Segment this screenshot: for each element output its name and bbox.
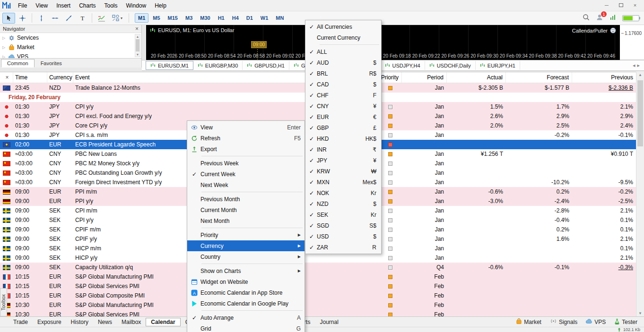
status-link-vps[interactable]: VPS bbox=[586, 318, 606, 325]
context-menu-item-current-week[interactable]: ✓Current Week bbox=[187, 169, 305, 179]
currency-menu-item-current-currency[interactable]: Current Currency bbox=[305, 32, 381, 43]
timeframe-h1[interactable]: H1 bbox=[215, 13, 228, 23]
currency-menu-item-krw[interactable]: ✓KRW₩ bbox=[305, 166, 381, 177]
status-link-tester[interactable]: Tester bbox=[614, 318, 637, 326]
col-header-time[interactable]: Time bbox=[13, 72, 47, 83]
menubar-item-file[interactable]: File bbox=[14, 0, 31, 11]
calendar-event-row[interactable]: 10:15EURS&P Global Manufacturing PMIFeb bbox=[0, 272, 636, 281]
trendline-tool-icon[interactable] bbox=[62, 13, 75, 24]
calendar-event-row[interactable]: 10:30EURS&P Global Services PMIFeb bbox=[0, 310, 636, 316]
signals-chart-icon[interactable] bbox=[609, 14, 616, 22]
navigator-tab-favorites[interactable]: Favorites bbox=[35, 59, 68, 68]
col-header-currency[interactable]: Currency bbox=[47, 72, 73, 83]
currency-menu-item-sgd[interactable]: ✓SGDS$ bbox=[305, 220, 381, 231]
toolbox-tab-mailbox[interactable]: Mailbox bbox=[117, 318, 146, 326]
timeframe-m15[interactable]: M15 bbox=[165, 13, 181, 23]
timeframe-m1[interactable]: M1 bbox=[135, 13, 148, 23]
text-tool-icon[interactable]: T bbox=[76, 13, 89, 24]
context-menu-item-grid[interactable]: GridG bbox=[187, 323, 305, 332]
calendar-event-row[interactable]: 10:15EURS&P Global Services PMIFeb bbox=[0, 281, 636, 291]
calendar-close-icon[interactable]: × bbox=[4, 74, 9, 81]
col-header-actual[interactable]: Actual bbox=[447, 72, 506, 83]
currency-menu-item-jpy[interactable]: ✓JPY¥ bbox=[305, 155, 381, 166]
currency-menu-item-chf[interactable]: ✓CHFF bbox=[305, 90, 381, 101]
toolbox-tab-calendar[interactable]: Calendar bbox=[146, 318, 180, 326]
timeframe-mn[interactable]: MN bbox=[272, 13, 287, 23]
indicators-tool-icon[interactable] bbox=[95, 13, 108, 24]
context-menu-item-auto-arrange[interactable]: ✓Auto ArrangeA bbox=[187, 312, 305, 323]
chart-tab-gbpusd-h1[interactable]: GBPUSD,H1 bbox=[243, 61, 289, 70]
community-icon[interactable]: 1 bbox=[596, 14, 603, 22]
context-menu-item-view[interactable]: ViewEnter bbox=[187, 122, 305, 133]
context-menu-item-economic-calendar-in-google-play[interactable]: Economic Calendar in Google Play bbox=[187, 298, 305, 309]
objects-tool-icon[interactable]: ▾ bbox=[109, 13, 126, 24]
navigator-scrollbar[interactable]: ▲▼ bbox=[135, 34, 140, 57]
currency-menu-item-inr[interactable]: ✓INR₹ bbox=[305, 144, 381, 155]
context-menu-item-show-on-charts[interactable]: Show on Charts▶ bbox=[187, 265, 305, 276]
chart-canvas[interactable]: EURUSD, M1: Euro vs US Dollar CallendarP… bbox=[146, 25, 620, 60]
menubar-item-view[interactable]: View bbox=[31, 0, 52, 11]
currency-menu-item-gbp[interactable]: ✓GBP£ bbox=[305, 122, 381, 133]
search-icon[interactable] bbox=[583, 14, 590, 22]
col-header-period[interactable]: Period bbox=[402, 72, 447, 83]
calendar-event-row[interactable]: 10:30EURS&P Global Manufacturing PMIFeb bbox=[0, 300, 636, 310]
expert-advisor-label[interactable]: CallendarPuller bbox=[572, 27, 616, 34]
scrollbar-thumb[interactable] bbox=[637, 80, 643, 146]
scroll-down-icon[interactable]: ▼ bbox=[636, 311, 644, 315]
expand-arrow-icon[interactable]: ▷ bbox=[2, 36, 9, 40]
status-link-signals[interactable]: Signals bbox=[550, 318, 577, 325]
toolbox-tab-history[interactable]: History bbox=[66, 318, 93, 326]
calendar-event-row[interactable]: 09:00SEKCapacity Utilization q/qQ4-0.6%-… bbox=[0, 263, 636, 272]
context-menu-item-currency[interactable]: Currency▶ bbox=[187, 240, 305, 251]
toolbox-tab-journal[interactable]: Journal bbox=[315, 318, 343, 326]
context-menu-item-priority[interactable]: Priority▶ bbox=[187, 230, 305, 240]
timeframe-m30[interactable]: M30 bbox=[197, 13, 213, 23]
currency-menu-item-all[interactable]: ✓ALL bbox=[305, 46, 381, 57]
vertical-line-tool-icon[interactable] bbox=[35, 13, 48, 24]
col-header-previous[interactable]: Previous bbox=[572, 72, 636, 83]
calendar-event-row[interactable]: 10:15EURS&P Global Composite PMIFeb bbox=[0, 291, 636, 300]
currency-menu-item-all-currencies[interactable]: ✓All Currencies bbox=[305, 21, 381, 32]
menubar-item-insert[interactable]: Insert bbox=[52, 0, 75, 11]
context-menu-item-current-month[interactable]: Current Month bbox=[187, 204, 305, 215]
col-header-forecast[interactable]: Forecast bbox=[506, 72, 572, 83]
currency-menu-item-cny[interactable]: ✓CNY¥ bbox=[305, 101, 381, 111]
scroll-up-icon[interactable]: ▲ bbox=[636, 73, 644, 77]
context-menu-item-economic-calendar-in-app-store[interactable]: AEconomic Calendar in App Store bbox=[187, 287, 305, 298]
menubar-item-window[interactable]: Window bbox=[122, 0, 151, 11]
cursor-tool-icon[interactable] bbox=[2, 13, 15, 24]
toolbox-side-tab[interactable]: Toolbox bbox=[0, 288, 7, 316]
navigator-tab-common[interactable]: Common bbox=[1, 59, 35, 68]
expand-arrow-icon[interactable]: ▷ bbox=[2, 45, 9, 50]
chart-tab-eurgbp-m30[interactable]: EURGBP,M30 bbox=[193, 61, 243, 70]
toolbox-tab-trade[interactable]: Trade bbox=[9, 318, 33, 326]
context-menu-item-widget-on-website[interactable]: Widget on Website bbox=[187, 276, 305, 287]
maximize-icon[interactable] bbox=[614, 1, 628, 10]
horizontal-line-tool-icon[interactable] bbox=[49, 13, 61, 24]
context-menu-item-previous-week[interactable]: Previous Week bbox=[187, 158, 305, 169]
close-icon[interactable]: × bbox=[628, 1, 642, 10]
context-menu-item-refresh[interactable]: RefreshF5 bbox=[187, 133, 305, 144]
menubar-item-tools[interactable]: Tools bbox=[100, 0, 122, 11]
timeframe-d1[interactable]: D1 bbox=[243, 13, 256, 23]
tab-scroll-arrows-icon[interactable]: ◂▸ bbox=[633, 62, 642, 68]
status-link-market[interactable]: Market bbox=[516, 318, 541, 326]
calendar-event-row[interactable]: 09:00SEKHICP y/yJan2.1% bbox=[0, 253, 636, 263]
timeframe-m5[interactable]: M5 bbox=[149, 13, 163, 23]
context-menu-item-next-week[interactable]: Next Week bbox=[187, 179, 305, 190]
toolbox-tab-news[interactable]: News bbox=[93, 318, 117, 326]
currency-menu-item-mxn[interactable]: ✓MXNMex$ bbox=[305, 177, 381, 187]
chart-tab-usdjpy-h4[interactable]: USDJPY,H4 bbox=[381, 61, 425, 70]
menubar-item-help[interactable]: Help bbox=[150, 0, 171, 11]
menubar-item-charts[interactable]: Charts bbox=[75, 0, 100, 11]
navigator-item-market[interactable]: ▷Market bbox=[0, 43, 141, 52]
currency-menu-item-brl[interactable]: ✓BRLR$ bbox=[305, 68, 381, 79]
context-menu-item-country[interactable]: Country▶ bbox=[187, 251, 305, 262]
context-menu-item-next-month[interactable]: Next Month bbox=[187, 215, 305, 226]
timeframe-m3[interactable]: M3 bbox=[182, 13, 196, 23]
chart-tab-eurusd-m1[interactable]: EURUSD,M1 bbox=[146, 61, 193, 70]
currency-menu-item-nok[interactable]: ✓NOKKr bbox=[305, 187, 381, 198]
col-header-priority[interactable]: Priority bbox=[378, 72, 402, 83]
currency-menu-item-zar[interactable]: ✓ZARR bbox=[305, 242, 381, 253]
crosshair-tool-icon[interactable] bbox=[16, 13, 29, 24]
